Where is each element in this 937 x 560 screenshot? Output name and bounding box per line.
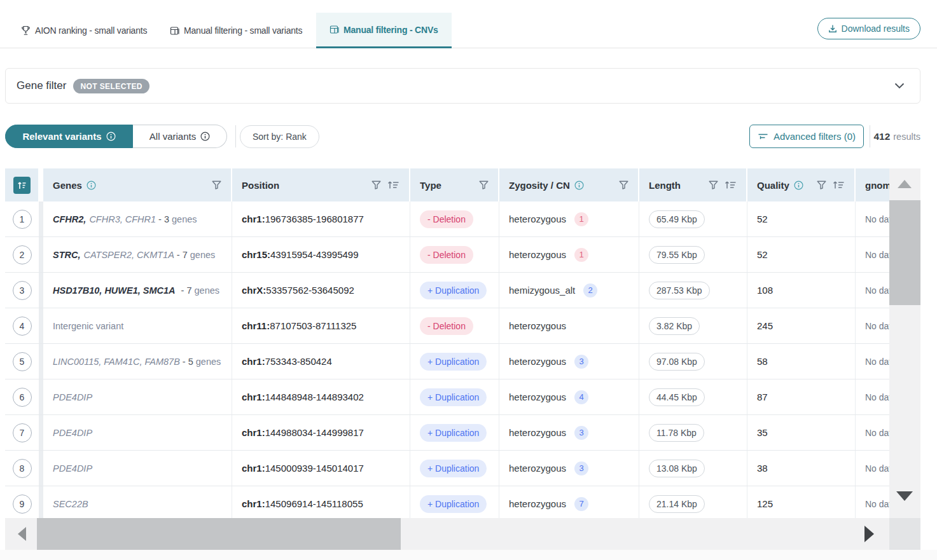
variants-toggle: Relevant variants All variants	[5, 125, 227, 148]
row-index-cell: 7	[5, 415, 39, 450]
type-cell: - Deletion	[410, 308, 499, 343]
filter-funnel-icon[interactable]	[479, 181, 489, 189]
tab-aion-ranking[interactable]: AION ranking - small variants	[11, 13, 156, 48]
zygosity-cell: heterozygous1	[499, 201, 639, 236]
header-index-column[interactable]	[5, 168, 39, 201]
type-cell: + Duplication	[410, 379, 499, 414]
scrollbar-corner	[889, 518, 920, 550]
type-cell: + Duplication	[410, 486, 499, 518]
controls-row: Relevant variants All variants Sort by: …	[0, 125, 937, 148]
header-length[interactable]: Length	[639, 168, 747, 201]
quality-cell: 87	[747, 379, 856, 414]
type-cell: - Deletion	[410, 237, 499, 272]
header-position[interactable]: Position	[232, 168, 410, 201]
quality-cell: 35	[747, 415, 856, 450]
row-index-cell: 5	[5, 344, 39, 379]
position-cell: chrX:53357562-53645092	[232, 273, 410, 308]
horizontal-scrollbar-thumb[interactable]	[37, 518, 401, 550]
genes-cell: SEC22B	[43, 486, 232, 518]
header-genes[interactable]: Genes	[43, 168, 232, 201]
position-cell: chr1:145000939-145014017	[232, 451, 410, 486]
length-cell: 11.78 Kbp	[639, 415, 747, 450]
filter-funnel-icon[interactable]	[619, 181, 628, 189]
horizontal-scrollbar[interactable]	[5, 518, 889, 550]
all-variants-button[interactable]: All variants	[133, 125, 227, 148]
advanced-filters-button[interactable]: Advanced filters (0)	[749, 125, 864, 148]
results-count: 412 results	[873, 125, 920, 148]
info-icon	[106, 132, 116, 141]
tab-manual-filtering-cnvs[interactable]: Manual filtering - CNVs	[316, 13, 452, 48]
download-results-button[interactable]: Download results	[817, 18, 920, 39]
info-icon[interactable]	[87, 181, 96, 190]
table-row[interactable]: 6 PDE4DIP chr1:144848948-144893402 + Dup…	[5, 379, 920, 415]
info-icon[interactable]	[794, 181, 803, 190]
quality-cell: 108	[747, 273, 856, 308]
filter-funnel-icon[interactable]	[212, 181, 221, 189]
zygosity-cell: heterozygous3	[499, 344, 639, 379]
quality-cell: 52	[747, 201, 856, 236]
genes-cell: STRC,CATSPER2, CKMT1A- 7genes	[43, 237, 232, 272]
table-row[interactable]: 4 Intergenic variant chr11:87107503-8711…	[5, 308, 920, 344]
tab-label: Manual filtering - small variants	[184, 25, 302, 36]
row-sort-icon	[13, 177, 31, 194]
gene-filter-panel[interactable]: Gene filter NOT SELECTED	[5, 68, 920, 104]
header-quality[interactable]: Quality	[747, 168, 856, 201]
quality-cell: 38	[747, 451, 856, 486]
genes-cell: Intergenic variant	[43, 308, 232, 343]
scroll-right-arrow[interactable]	[864, 526, 874, 542]
sort-icon[interactable]	[387, 181, 399, 189]
divider	[870, 125, 870, 147]
table-row[interactable]: 5 LINC00115, FAM41C, FAM87B- 5genes chr1…	[5, 344, 920, 379]
row-index-cell: 1	[5, 201, 39, 236]
scroll-up-arrow[interactable]	[898, 180, 912, 188]
zygosity-cell: hemizygous_alt2	[499, 273, 639, 308]
genes-cell: PDE4DIP	[43, 415, 232, 450]
tab-label: Manual filtering - CNVs	[344, 25, 438, 35]
genes-cell: PDE4DIP	[43, 451, 232, 486]
sort-icon[interactable]	[833, 181, 845, 189]
table-row[interactable]: 8 PDE4DIP chr1:145000939-145014017 + Dup…	[5, 451, 920, 486]
relevant-variants-button[interactable]: Relevant variants	[5, 125, 133, 148]
sort-icon[interactable]	[725, 181, 737, 189]
position-cell: chr15:43915954-43995499	[232, 237, 410, 272]
tab-bar: AION ranking - small variants Manual fil…	[0, 13, 937, 48]
tab-label: AION ranking - small variants	[35, 25, 147, 36]
length-cell: 287.53 Kbp	[639, 273, 747, 308]
type-cell: - Deletion	[410, 201, 499, 236]
chevron-down-icon[interactable]	[894, 83, 905, 89]
info-icon[interactable]	[574, 181, 584, 190]
position-cell: chr1:144988034-144999817	[232, 415, 410, 450]
length-cell: 65.49 Kbp	[639, 201, 747, 236]
table-row[interactable]: 1 CFHR2,CFHR3, CFHR1- 3genes chr1:196736…	[5, 201, 920, 237]
type-cell: + Duplication	[410, 273, 499, 308]
position-cell: chr11:87107503-87111325	[232, 308, 410, 343]
quality-cell: 125	[747, 486, 856, 518]
tab-manual-filtering-small-variants[interactable]: Manual filtering - small variants	[160, 13, 312, 48]
gene-filter-label: Gene filter	[17, 79, 66, 92]
filter-funnel-icon[interactable]	[709, 181, 718, 189]
table-row[interactable]: 3 HSD17B10, HUWE1, SMC1A- 7genes chrX:53…	[5, 273, 920, 308]
header-zygosity[interactable]: Zygosity / CN	[499, 168, 639, 201]
scroll-left-arrow[interactable]	[18, 527, 26, 541]
genes-cell: HSD17B10, HUWE1, SMC1A- 7genes	[43, 273, 232, 308]
page-bottom-strip	[0, 550, 937, 560]
variants-table: Genes Position Type Zygosity / CN	[5, 168, 920, 550]
type-cell: + Duplication	[410, 451, 499, 486]
filter-funnel-icon[interactable]	[371, 181, 381, 189]
vertical-scrollbar-thumb[interactable]	[889, 200, 920, 305]
table-row[interactable]: 7 PDE4DIP chr1:144988034-144999817 + Dup…	[5, 415, 920, 451]
scroll-down-arrow[interactable]	[896, 491, 913, 501]
table-icon	[330, 25, 339, 34]
table-row[interactable]: 2 STRC,CATSPER2, CKMT1A- 7genes chr15:43…	[5, 237, 920, 273]
row-index-cell: 3	[5, 273, 39, 308]
vertical-scrollbar[interactable]	[889, 168, 920, 518]
table-row[interactable]: 9 SEC22B chr1:145096914-145118055 + Dupl…	[5, 486, 920, 518]
length-cell: 13.08 Kbp	[639, 451, 747, 486]
quality-cell: 245	[747, 308, 856, 343]
filter-funnel-icon[interactable]	[817, 181, 826, 189]
row-index-cell: 4	[5, 308, 39, 343]
header-type[interactable]: Type	[410, 168, 499, 201]
length-cell: 3.82 Kbp	[639, 308, 747, 343]
divider	[235, 125, 236, 147]
sort-by-button[interactable]: Sort by: Rank	[240, 125, 319, 148]
